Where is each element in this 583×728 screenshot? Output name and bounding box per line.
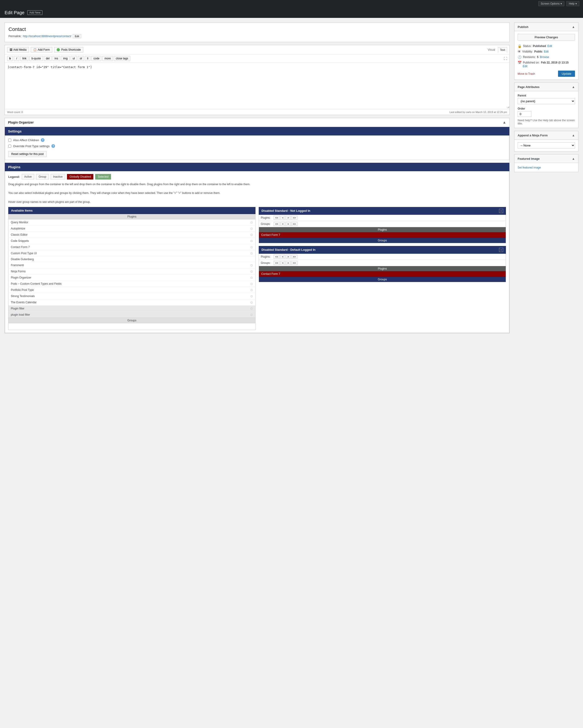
list-item[interactable]: Ninja Forms ⊙: [8, 268, 255, 275]
list-item[interactable]: Custom Post Type UI ⊙: [8, 250, 255, 257]
list-item[interactable]: Plugin Organizer ⊙: [8, 275, 255, 281]
nav-btn-last[interactable]: >>: [291, 216, 298, 220]
permalink-url[interactable]: http://localhost:8888/wordpress/contact/: [23, 35, 71, 38]
pods-shortcode-button[interactable]: Pods Shortcode: [54, 47, 83, 52]
fmt-i-button[interactable]: i: [14, 56, 19, 61]
add-form-button[interactable]: 📋 Add Form: [31, 47, 52, 52]
list-item[interactable]: Query Monitor ⊙: [8, 219, 255, 226]
reset-settings-button[interactable]: Reset settings for this post: [8, 151, 47, 157]
nav-btn-first-2[interactable]: <<: [274, 255, 280, 259]
override-post-type-checkbox[interactable]: [8, 145, 11, 148]
fmt-ins-button[interactable]: ins: [52, 56, 60, 61]
plugin-organizer-header[interactable]: Plugin Organizer ▲: [5, 118, 509, 127]
publish-panel-header[interactable]: Publish ▲: [514, 23, 578, 31]
list-item[interactable]: Disable Gutenberg: [8, 257, 255, 262]
nav-btn-prev-2[interactable]: <: [280, 255, 285, 259]
settings-title: Settings: [8, 129, 22, 133]
list-item[interactable]: Pods – Custom Content Types and Fields ⊙: [8, 281, 255, 287]
fmt-code-button[interactable]: code: [91, 56, 101, 61]
parent-select[interactable]: (no parent): [517, 98, 575, 104]
featured-image-header[interactable]: Featured Image ▲: [514, 155, 578, 163]
list-item[interactable]: Frammenti ⊙: [8, 262, 255, 268]
also-affect-children-help-icon[interactable]: ?: [41, 138, 45, 142]
fmt-ol-button[interactable]: ol: [78, 56, 84, 61]
plugin-organizer-toggle[interactable]: ▲: [503, 120, 506, 125]
visibility-edit-link[interactable]: Edit: [544, 50, 549, 53]
status-edit-link[interactable]: Edit: [548, 45, 552, 48]
list-item[interactable]: Portfolio Post Type ⊙: [8, 287, 255, 293]
fmt-del-button[interactable]: del: [44, 56, 52, 61]
revisions-value: 5: [537, 55, 538, 59]
ninja-form-select[interactable]: -- None: [517, 142, 575, 149]
list-item[interactable]: Plugin filter ⊙: [8, 306, 255, 312]
nav-btn-next[interactable]: >: [286, 216, 290, 220]
plugins-controls-label: Plugins:: [261, 216, 272, 219]
groups-nav-btn-last[interactable]: >>: [291, 222, 298, 226]
nav-btn-prev[interactable]: <: [280, 216, 285, 220]
fmt-close-button[interactable]: close tags: [114, 56, 130, 61]
legend-active: Active: [22, 174, 34, 180]
plugin-name: Code Snippets: [11, 239, 29, 242]
list-item[interactable]: Classic Editor ⊙: [8, 232, 255, 238]
fmt-bquote-button[interactable]: b-quote: [29, 56, 43, 61]
expand-editor-button[interactable]: ⛶: [504, 57, 507, 60]
groups-nav-btn-next-2[interactable]: >: [286, 261, 290, 265]
disabled-not-logged-in-groups-section: Groups: [259, 238, 506, 243]
list-item[interactable]: plugin load filter ⊙: [8, 312, 255, 318]
set-featured-image-link[interactable]: Set featured image: [517, 166, 541, 169]
fmt-ul-button[interactable]: ul: [71, 56, 77, 61]
override-post-type-help-icon[interactable]: ?: [51, 144, 55, 148]
list-item[interactable]: Autoptimize ⊙: [8, 226, 255, 232]
collapse-default-logged-in-button[interactable]: −: [499, 248, 503, 252]
fmt-more-button[interactable]: more: [102, 56, 112, 61]
nav-btn-first[interactable]: <<: [274, 216, 280, 220]
groups-nav-btn-prev-2[interactable]: <: [280, 261, 285, 265]
nav-btn-last-2[interactable]: >>: [291, 255, 298, 259]
publish-panel-toggle[interactable]: ▲: [572, 25, 575, 29]
tab-text[interactable]: Text: [498, 47, 507, 52]
also-affect-children-checkbox[interactable]: [8, 139, 11, 142]
ninja-form-header[interactable]: Append a Ninja Form ▲: [514, 131, 578, 139]
disabled-not-logged-in-plugins-section: Plugins: [259, 227, 506, 232]
screen-options-button[interactable]: Screen Options ▾: [538, 1, 565, 6]
revisions-browse-link[interactable]: Browse: [540, 55, 549, 59]
list-item[interactable]: The Events Calendar ⊙: [8, 300, 255, 306]
collapse-not-logged-in-button[interactable]: −: [499, 209, 503, 213]
preview-changes-button[interactable]: Preview Changes: [517, 34, 575, 41]
add-media-button[interactable]: 🖼 Add Media: [7, 47, 29, 52]
list-item[interactable]: Strong Testimonials ⊙: [8, 293, 255, 300]
groups-nav-btn-next[interactable]: >: [286, 222, 290, 226]
list-item[interactable]: Contact Form 7 ⊙: [8, 244, 255, 250]
disabled-default-logged-in-plugins-section: Plugins: [259, 266, 506, 271]
ninja-form-toggle[interactable]: ▲: [572, 133, 575, 137]
post-title-input[interactable]: [8, 26, 506, 32]
fmt-li-button[interactable]: li: [85, 56, 91, 61]
editor-content[interactable]: [contact-form-7 id="29" title="Contact f…: [5, 62, 509, 108]
nav-btn-next-2[interactable]: >: [286, 255, 290, 259]
page-attributes-header[interactable]: Page Attributes ▲: [514, 83, 578, 91]
tab-visual[interactable]: Visual: [486, 47, 497, 52]
groups-nav-btn-first[interactable]: <<: [274, 222, 280, 226]
featured-image-toggle[interactable]: ▲: [572, 157, 575, 160]
list-item[interactable]: Code Snippets ⊙: [8, 238, 255, 244]
permalink-edit-button[interactable]: Edit: [73, 34, 81, 38]
published-on-edit-link[interactable]: Edit: [523, 64, 528, 68]
groups-nav-btn-first-2[interactable]: <<: [274, 261, 280, 265]
order-input[interactable]: [517, 111, 531, 117]
fmt-link-button[interactable]: link: [20, 56, 28, 61]
status-label: Status:: [523, 45, 531, 48]
move-to-trash-link[interactable]: Move to Trash: [517, 72, 535, 75]
plugin-name: Disable Gutenberg: [11, 258, 34, 261]
fmt-b-button[interactable]: b: [7, 56, 13, 61]
contact-form-7-item[interactable]: Contact Form 7: [259, 232, 506, 238]
add-new-button[interactable]: Add New: [27, 10, 43, 15]
page-attributes-toggle[interactable]: ▲: [572, 85, 575, 89]
update-button[interactable]: Update: [558, 71, 575, 77]
help-button[interactable]: Help ▾: [566, 1, 579, 6]
fmt-img-button[interactable]: img: [61, 56, 70, 61]
disabled-not-logged-in-title: Disabled Standard - Not Logged In: [261, 209, 310, 212]
settings-header: Settings: [5, 127, 509, 135]
contact-form-7-item-2[interactable]: Contact Form 7: [259, 271, 506, 277]
groups-nav-btn-last-2[interactable]: >>: [291, 261, 298, 265]
groups-nav-btn-prev[interactable]: <: [280, 222, 285, 226]
